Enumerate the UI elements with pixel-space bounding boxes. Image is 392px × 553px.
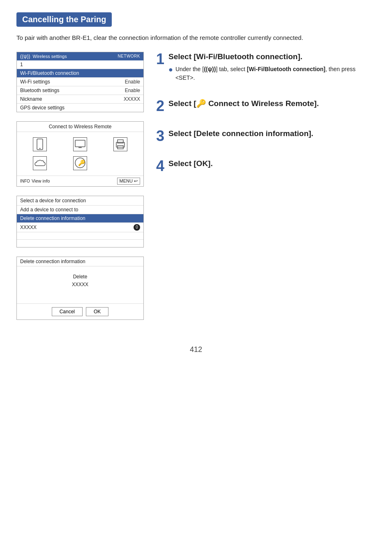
delete-device-name: XXXXX (20, 281, 140, 289)
icon-cell-bluetooth-remote[interactable]: 🔑 (61, 155, 99, 171)
tab-number: 1 (20, 62, 23, 67)
step-1-bullets: ● Under the [((ψ))] tab, select [Wi-Fi/B… (168, 65, 376, 82)
right-column: 1 Select [Wi-Fi/Bluetooth connection]. ●… (156, 52, 376, 329)
step-2-title: Select [🔑 Connect to Wireless Remote]. (168, 99, 376, 109)
svg-rect-2 (75, 140, 85, 147)
svg-rect-6 (118, 140, 123, 143)
step-3-content: Select [Delete connection information]. (168, 129, 376, 142)
add-device-label: Add a device to connect to (20, 207, 78, 213)
step-4: 4 Select [OK]. (156, 159, 376, 172)
gps-settings-label: GPS device settings (20, 105, 140, 111)
icon-cell-monitor[interactable] (61, 136, 99, 153)
ok-button[interactable]: OK (86, 307, 108, 316)
device-xxxxx-row[interactable]: XXXXX 0 (17, 223, 143, 232)
monitor-icon (73, 137, 87, 151)
empty-row-1 (17, 232, 143, 240)
bluetooth-settings-value: Enable (125, 88, 140, 93)
step-2-number: 2 (156, 99, 164, 113)
nickname-label: Nickname (20, 96, 124, 102)
left-column: ((ψ)) Wireless settings NETWORK 1 Wi-Fi/… (16, 52, 144, 329)
step-4-content: Select [OK]. (168, 159, 376, 172)
bluetooth-settings-row: Bluetooth settings Enable (17, 86, 143, 95)
step-2-content: Select [🔑 Connect to Wireless Remote]. (168, 99, 376, 112)
delete-connection-label: Delete connection information (20, 215, 85, 221)
add-device-row[interactable]: Add a device to connect to (17, 206, 143, 214)
bullet-dot-1: ● (168, 65, 173, 82)
device-selection-box: Select a device for connection Add a dev… (16, 196, 144, 248)
printer-icon (113, 137, 127, 151)
nickname-value: XXXXX (124, 96, 140, 102)
bluetooth-settings-label: Bluetooth settings (20, 88, 125, 93)
wifi-settings-label: Wi-Fi settings (20, 79, 125, 85)
delete-confirm-header: Delete connection information (17, 257, 143, 266)
step-3-number: 3 (156, 129, 164, 143)
wifi-settings-row: Wi-Fi settings Enable (17, 78, 143, 86)
wireless-settings-header: ((ψ)) Wireless settings NETWORK (17, 52, 143, 60)
nickname-row: Nickname XXXXX (17, 95, 143, 104)
intro-text: To pair with another BR-E1, clear the co… (16, 33, 376, 43)
page-title: Cancelling the Paring (16, 12, 112, 27)
gps-settings-row: GPS device settings (17, 104, 143, 112)
content-area: ((ψ)) Wireless settings NETWORK 1 Wi-Fi/… (16, 52, 376, 329)
step-2: 2 Select [🔑 Connect to Wireless Remote]. (156, 99, 376, 112)
delete-confirm-footer: Cancel OK (17, 303, 143, 319)
delete-label: Delete (20, 273, 140, 281)
step-1-content: Select [Wi-Fi/Bluetooth connection]. ● U… (168, 52, 376, 83)
device-badge: 0 (134, 224, 140, 231)
wifi-settings-value: Enable (125, 79, 140, 85)
svg-text:🔑: 🔑 (78, 160, 85, 167)
network-label: NETWORK (118, 54, 140, 58)
wireless-remote-title: Connect to Wireless Remote (17, 122, 143, 132)
menu-button[interactable]: MENU ↩ (117, 178, 140, 185)
wireless-box-footer: INFO View info MENU ↩ (17, 176, 143, 186)
wireless-remote-box: Connect to Wireless Remote (16, 121, 144, 187)
wifi-bluetooth-row[interactable]: Wi-Fi/Bluetooth connection (17, 69, 143, 78)
delete-confirm-body: Delete XXXXX (17, 266, 143, 295)
icon-cell-printer[interactable] (101, 136, 139, 153)
phone-icon (33, 137, 47, 151)
empty-row-2 (17, 240, 143, 247)
icon-cell-empty (101, 155, 139, 171)
delete-connection-row[interactable]: Delete connection information (17, 214, 143, 223)
wireless-settings-title: Wireless settings (33, 54, 67, 59)
wireless-settings-box: ((ψ)) Wireless settings NETWORK 1 Wi-Fi/… (16, 52, 144, 112)
info-label: INFO (20, 179, 30, 183)
step-1-bullet-text: Under the [((ψ))] tab, select [Wi-Fi/Blu… (175, 65, 376, 82)
step-3-title: Select [Delete connection information]. (168, 129, 376, 139)
icon-cell-cloud[interactable] (21, 155, 59, 171)
step-1: 1 Select [Wi-Fi/Bluetooth connection]. ●… (156, 52, 376, 83)
delete-confirm-box: Delete connection information Delete XXX… (16, 257, 144, 320)
page-footer: 412 (16, 345, 376, 354)
cancel-button[interactable]: Cancel (52, 307, 83, 316)
step-1-number: 1 (156, 52, 164, 67)
wifi-icon: ((ψ)) (20, 53, 30, 59)
device-selection-header: Select a device for connection (17, 196, 143, 206)
bluetooth-remote-icon: 🔑 (73, 156, 87, 170)
cloud-icon (33, 156, 47, 170)
wifi-bluetooth-label: Wi-Fi/Bluetooth connection (20, 70, 140, 76)
wireless-icons-grid: 🔑 (17, 132, 143, 176)
step-1-title: Select [Wi-Fi/Bluetooth connection]. (168, 52, 376, 62)
menu-label: MENU (120, 178, 133, 183)
view-info-label[interactable]: View info (32, 178, 50, 183)
step-4-number: 4 (156, 159, 164, 174)
step-1-bullet-1: ● Under the [((ψ))] tab, select [Wi-Fi/B… (168, 65, 376, 82)
tab-row: 1 (17, 60, 143, 69)
menu-back-icon: ↩ (134, 178, 138, 184)
device-name-label: XXXXX (20, 224, 37, 230)
svg-rect-0 (37, 139, 43, 150)
step-3: 3 Select [Delete connection information]… (156, 129, 376, 142)
icon-cell-phone[interactable] (21, 136, 59, 153)
step-4-title: Select [OK]. (168, 159, 376, 169)
